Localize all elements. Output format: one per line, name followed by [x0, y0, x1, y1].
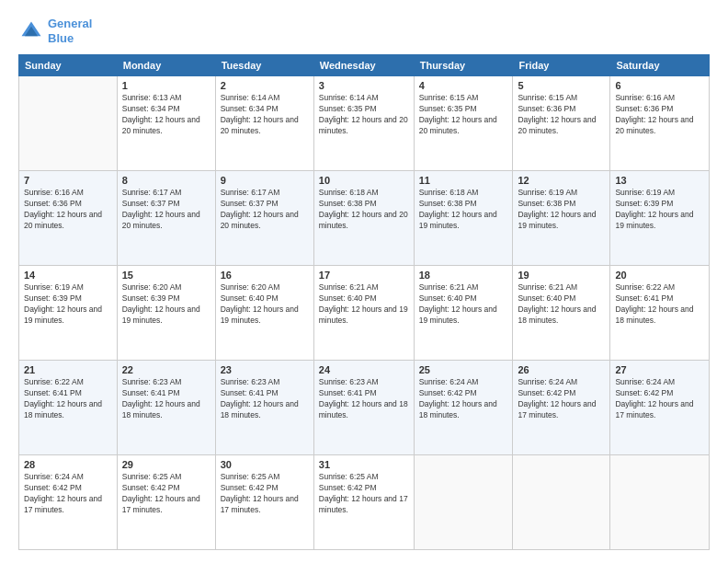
calendar-cell: 16Sunrise: 6:20 AMSunset: 6:40 PMDayligh… — [215, 266, 313, 361]
calendar-cell: 1Sunrise: 6:13 AMSunset: 6:34 PMDaylight… — [117, 76, 215, 171]
day-number: 22 — [122, 364, 210, 375]
day-number: 18 — [419, 270, 508, 281]
day-info: Sunrise: 6:18 AMSunset: 6:38 PMDaylight:… — [419, 188, 508, 232]
calendar-cell: 13Sunrise: 6:19 AMSunset: 6:39 PMDayligh… — [610, 171, 710, 266]
day-number: 8 — [122, 175, 210, 186]
day-number: 15 — [122, 270, 210, 281]
calendar-cell: 19Sunrise: 6:21 AMSunset: 6:40 PMDayligh… — [513, 266, 610, 361]
weekday-header-sunday: Sunday — [19, 55, 118, 76]
calendar-cell: 8Sunrise: 6:17 AMSunset: 6:37 PMDaylight… — [117, 171, 215, 266]
calendar-cell: 24Sunrise: 6:23 AMSunset: 6:41 PMDayligh… — [313, 361, 414, 455]
day-number: 21 — [24, 364, 112, 375]
day-number: 9 — [221, 175, 309, 186]
calendar-cell: 10Sunrise: 6:18 AMSunset: 6:38 PMDayligh… — [313, 171, 414, 266]
week-row-2: 7Sunrise: 6:16 AMSunset: 6:36 PMDaylight… — [19, 171, 710, 266]
day-info: Sunrise: 6:24 AMSunset: 6:42 PMDaylight:… — [419, 377, 508, 421]
day-number: 4 — [419, 80, 508, 91]
day-info: Sunrise: 6:17 AMSunset: 6:37 PMDaylight:… — [122, 188, 210, 232]
weekday-header-saturday: Saturday — [610, 55, 710, 76]
day-number: 16 — [221, 270, 309, 281]
calendar-cell: 9Sunrise: 6:17 AMSunset: 6:37 PMDaylight… — [215, 171, 313, 266]
weekday-header-friday: Friday — [513, 55, 610, 76]
day-info: Sunrise: 6:24 AMSunset: 6:42 PMDaylight:… — [615, 377, 704, 421]
logo-text: General Blue — [48, 17, 92, 45]
weekday-header-row: SundayMondayTuesdayWednesdayThursdayFrid… — [19, 55, 710, 76]
calendar-cell: 29Sunrise: 6:25 AMSunset: 6:42 PMDayligh… — [117, 455, 215, 550]
day-number: 20 — [615, 270, 704, 281]
day-info: Sunrise: 6:23 AMSunset: 6:41 PMDaylight:… — [122, 377, 210, 421]
day-number: 19 — [518, 270, 605, 281]
calendar-cell: 23Sunrise: 6:23 AMSunset: 6:41 PMDayligh… — [215, 361, 313, 455]
header: General Blue — [18, 17, 710, 45]
day-info: Sunrise: 6:16 AMSunset: 6:36 PMDaylight:… — [615, 93, 704, 137]
calendar-cell: 6Sunrise: 6:16 AMSunset: 6:36 PMDaylight… — [610, 76, 710, 171]
calendar-cell: 12Sunrise: 6:19 AMSunset: 6:38 PMDayligh… — [513, 171, 610, 266]
week-row-5: 28Sunrise: 6:24 AMSunset: 6:42 PMDayligh… — [19, 455, 710, 550]
day-number: 30 — [221, 459, 309, 470]
calendar-cell: 5Sunrise: 6:15 AMSunset: 6:36 PMDaylight… — [513, 76, 610, 171]
day-info: Sunrise: 6:21 AMSunset: 6:40 PMDaylight:… — [518, 282, 605, 327]
day-number: 27 — [615, 364, 704, 375]
day-info: Sunrise: 6:17 AMSunset: 6:37 PMDaylight:… — [221, 188, 309, 232]
day-number: 17 — [319, 270, 409, 281]
week-row-1: 1Sunrise: 6:13 AMSunset: 6:34 PMDaylight… — [19, 76, 710, 171]
day-number: 31 — [319, 459, 409, 470]
calendar-cell: 18Sunrise: 6:21 AMSunset: 6:40 PMDayligh… — [414, 266, 513, 361]
day-number: 12 — [518, 175, 605, 186]
day-info: Sunrise: 6:14 AMSunset: 6:35 PMDaylight:… — [319, 93, 409, 137]
day-info: Sunrise: 6:16 AMSunset: 6:36 PMDaylight:… — [24, 188, 112, 232]
calendar-cell: 15Sunrise: 6:20 AMSunset: 6:39 PMDayligh… — [117, 266, 215, 361]
day-number: 23 — [221, 364, 309, 375]
day-info: Sunrise: 6:25 AMSunset: 6:42 PMDaylight:… — [319, 472, 409, 516]
day-info: Sunrise: 6:22 AMSunset: 6:41 PMDaylight:… — [24, 377, 112, 421]
calendar-cell: 20Sunrise: 6:22 AMSunset: 6:41 PMDayligh… — [610, 266, 710, 361]
day-info: Sunrise: 6:24 AMSunset: 6:42 PMDaylight:… — [24, 472, 112, 516]
day-info: Sunrise: 6:14 AMSunset: 6:34 PMDaylight:… — [221, 93, 309, 137]
calendar-cell: 28Sunrise: 6:24 AMSunset: 6:42 PMDayligh… — [19, 455, 118, 550]
calendar-cell — [414, 455, 513, 550]
calendar-cell: 17Sunrise: 6:21 AMSunset: 6:40 PMDayligh… — [313, 266, 414, 361]
day-info: Sunrise: 6:19 AMSunset: 6:38 PMDaylight:… — [518, 188, 605, 232]
day-number: 2 — [221, 80, 309, 91]
day-number: 29 — [122, 459, 210, 470]
day-number: 1 — [122, 80, 210, 91]
page: General Blue SundayMondayTuesdayWednesda… — [0, 0, 728, 563]
day-info: Sunrise: 6:25 AMSunset: 6:42 PMDaylight:… — [122, 472, 210, 516]
day-info: Sunrise: 6:15 AMSunset: 6:36 PMDaylight:… — [518, 93, 605, 137]
day-info: Sunrise: 6:15 AMSunset: 6:35 PMDaylight:… — [419, 93, 508, 137]
calendar-cell: 27Sunrise: 6:24 AMSunset: 6:42 PMDayligh… — [610, 361, 710, 455]
day-info: Sunrise: 6:19 AMSunset: 6:39 PMDaylight:… — [24, 282, 112, 327]
day-info: Sunrise: 6:18 AMSunset: 6:38 PMDaylight:… — [319, 188, 409, 232]
day-info: Sunrise: 6:24 AMSunset: 6:42 PMDaylight:… — [518, 377, 605, 421]
calendar-table: SundayMondayTuesdayWednesdayThursdayFrid… — [18, 54, 710, 550]
day-info: Sunrise: 6:21 AMSunset: 6:40 PMDaylight:… — [319, 282, 409, 327]
day-number: 24 — [319, 364, 409, 375]
week-row-4: 21Sunrise: 6:22 AMSunset: 6:41 PMDayligh… — [19, 361, 710, 455]
calendar-cell — [610, 455, 710, 550]
day-number: 28 — [24, 459, 112, 470]
day-info: Sunrise: 6:25 AMSunset: 6:42 PMDaylight:… — [221, 472, 309, 516]
day-number: 25 — [419, 364, 508, 375]
calendar-cell: 11Sunrise: 6:18 AMSunset: 6:38 PMDayligh… — [414, 171, 513, 266]
logo: General Blue — [18, 17, 92, 45]
day-number: 10 — [319, 175, 409, 186]
calendar-cell: 14Sunrise: 6:19 AMSunset: 6:39 PMDayligh… — [19, 266, 118, 361]
day-info: Sunrise: 6:20 AMSunset: 6:40 PMDaylight:… — [221, 282, 309, 327]
calendar-cell: 7Sunrise: 6:16 AMSunset: 6:36 PMDaylight… — [19, 171, 118, 266]
day-info: Sunrise: 6:13 AMSunset: 6:34 PMDaylight:… — [122, 93, 210, 137]
weekday-header-thursday: Thursday — [414, 55, 513, 76]
day-number: 26 — [518, 364, 605, 375]
day-number: 6 — [615, 80, 704, 91]
calendar-cell: 21Sunrise: 6:22 AMSunset: 6:41 PMDayligh… — [19, 361, 118, 455]
day-info: Sunrise: 6:19 AMSunset: 6:39 PMDaylight:… — [615, 188, 704, 232]
weekday-header-monday: Monday — [117, 55, 215, 76]
day-number: 7 — [24, 175, 112, 186]
day-info: Sunrise: 6:22 AMSunset: 6:41 PMDaylight:… — [615, 282, 704, 327]
day-info: Sunrise: 6:21 AMSunset: 6:40 PMDaylight:… — [419, 282, 508, 327]
weekday-header-wednesday: Wednesday — [313, 55, 414, 76]
day-number: 3 — [319, 80, 409, 91]
calendar-cell: 3Sunrise: 6:14 AMSunset: 6:35 PMDaylight… — [313, 76, 414, 171]
day-number: 11 — [419, 175, 508, 186]
day-number: 5 — [518, 80, 605, 91]
day-number: 13 — [615, 175, 704, 186]
